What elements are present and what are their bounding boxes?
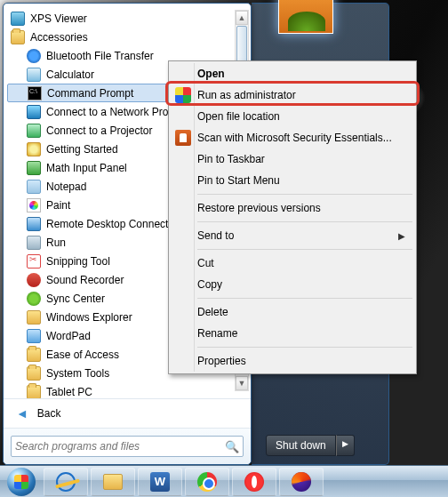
context-pin-to-taskbar[interactable]: Pin to Taskbar [171, 148, 414, 170]
scroll-up-button[interactable]: ▲ [236, 11, 248, 25]
netp-icon [27, 105, 41, 119]
search-input[interactable] [15, 440, 225, 453]
ie-icon [56, 472, 76, 492]
context-cut[interactable]: Cut [171, 253, 414, 274]
xps-icon [11, 12, 25, 26]
back-button[interactable]: ◄ Back [4, 398, 251, 428]
search-box[interactable]: 🔍 [11, 436, 244, 457]
user-avatar[interactable] [278, 0, 333, 34]
word-icon: W [150, 472, 170, 492]
taskbar-word[interactable]: W [138, 468, 182, 496]
taskbar-explorer[interactable] [91, 468, 135, 496]
shutdown-options-button[interactable]: ▶ [336, 435, 355, 456]
folder-tablet-pc[interactable]: Tablet PC [7, 382, 249, 398]
program-label: Sound Recorder [46, 274, 124, 286]
exp-icon [27, 310, 41, 325]
context-item-label: Scan with Microsoft Security Essentials.… [197, 132, 392, 144]
folder-accessories[interactable]: Accessories [7, 28, 249, 46]
opera-icon [244, 472, 264, 492]
program-label: XPS Viewer [30, 12, 87, 25]
bt-icon [27, 49, 41, 63]
context-delete[interactable]: Delete [171, 301, 414, 323]
submenu-arrow-icon: ▶ [398, 231, 405, 241]
cmd-icon [28, 86, 42, 100]
paint-icon [27, 198, 41, 212]
scroll-down-button[interactable]: ▼ [236, 376, 248, 390]
program-label: Getting Started [46, 143, 118, 156]
context-properties[interactable]: Properties [171, 350, 414, 372]
math-icon [27, 161, 41, 175]
shield-icon [175, 87, 191, 103]
folder-icon [27, 366, 41, 381]
context-pin-to-start-menu[interactable]: Pin to Start Menu [171, 170, 414, 191]
context-restore-previous-versions[interactable]: Restore previous versions [171, 197, 414, 219]
calc-icon [27, 68, 41, 82]
folder-icon [11, 30, 25, 44]
program-label: Bluetooth File Transfer [46, 50, 154, 62]
windows-orb-icon [7, 468, 36, 496]
context-item-label: Open [197, 68, 225, 80]
search-icon[interactable]: 🔍 [225, 440, 239, 453]
taskbar-opera[interactable] [232, 468, 276, 496]
context-item-label: Copy [197, 278, 222, 291]
mse-icon [175, 130, 191, 146]
context-rename[interactable]: Rename [171, 323, 414, 344]
program-label: Remote Desktop Connecti [46, 218, 171, 230]
search-area: 🔍 [4, 428, 251, 464]
taskbar-firefox[interactable] [279, 468, 324, 496]
rdc-icon [27, 217, 41, 231]
program-label: Tablet PC [46, 386, 92, 398]
context-scan-with-microsoft-security-essentials-[interactable]: Scan with Microsoft Security Essentials.… [171, 127, 414, 148]
program-label: Ease of Access [46, 349, 119, 361]
program-label: Math Input Panel [46, 162, 127, 174]
program-xps-viewer[interactable]: XPS Viewer [7, 9, 249, 28]
context-run-as-administrator[interactable]: Run as administrator [171, 84, 414, 106]
program-label: Snipping Tool [46, 255, 110, 268]
taskbar-ie[interactable] [44, 468, 88, 496]
program-label: Sync Center [46, 293, 105, 305]
taskbar-chrome[interactable] [185, 468, 229, 496]
program-label: Calculator [46, 68, 94, 81]
context-item-label: Rename [197, 327, 237, 340]
context-open[interactable]: Open [171, 63, 414, 84]
program-label: System Tools [46, 367, 109, 380]
gs-icon [27, 142, 41, 156]
context-item-label: Cut [197, 257, 214, 269]
program-label: Paint [46, 199, 70, 212]
context-menu: OpenRun as administratorOpen file locati… [168, 60, 417, 374]
context-separator [197, 194, 412, 195]
context-separator [197, 249, 412, 250]
program-label: Notepad [46, 180, 86, 193]
program-label: WordPad [46, 330, 91, 342]
folder-icon [27, 348, 41, 362]
explorer-icon [103, 474, 123, 490]
back-label: Back [37, 407, 61, 420]
context-item-label: Open file location [197, 110, 280, 123]
context-separator [197, 347, 412, 348]
context-item-label: Pin to Start Menu [197, 174, 280, 187]
notepad-icon [27, 180, 41, 194]
context-open-file-location[interactable]: Open file location [171, 106, 414, 127]
proj-icon [27, 124, 41, 138]
program-label: Accessories [30, 31, 88, 44]
context-copy[interactable]: Copy [171, 274, 414, 295]
firefox-icon [292, 472, 311, 492]
program-label: Run [46, 236, 66, 249]
program-label: Windows Explorer [46, 311, 132, 324]
shutdown-button[interactable]: Shut down [266, 435, 336, 456]
shutdown-group: Shut down ▶ [266, 435, 355, 456]
folder-icon [27, 385, 41, 399]
context-item-label: Send to [197, 229, 234, 242]
program-label: Command Prompt [47, 87, 133, 100]
program-label: Connect to a Projector [46, 124, 152, 137]
context-send-to[interactable]: Send to▶ [171, 225, 414, 246]
run-icon [27, 236, 41, 250]
sync-icon [27, 292, 41, 306]
program-label: Connect to a Network Pro [46, 106, 168, 118]
snip-icon [27, 254, 41, 269]
start-button[interactable] [2, 468, 41, 496]
context-item-label: Properties [197, 355, 246, 367]
wpad-icon [27, 329, 41, 343]
context-separator [197, 298, 412, 299]
context-item-label: Run as administrator [197, 89, 296, 101]
